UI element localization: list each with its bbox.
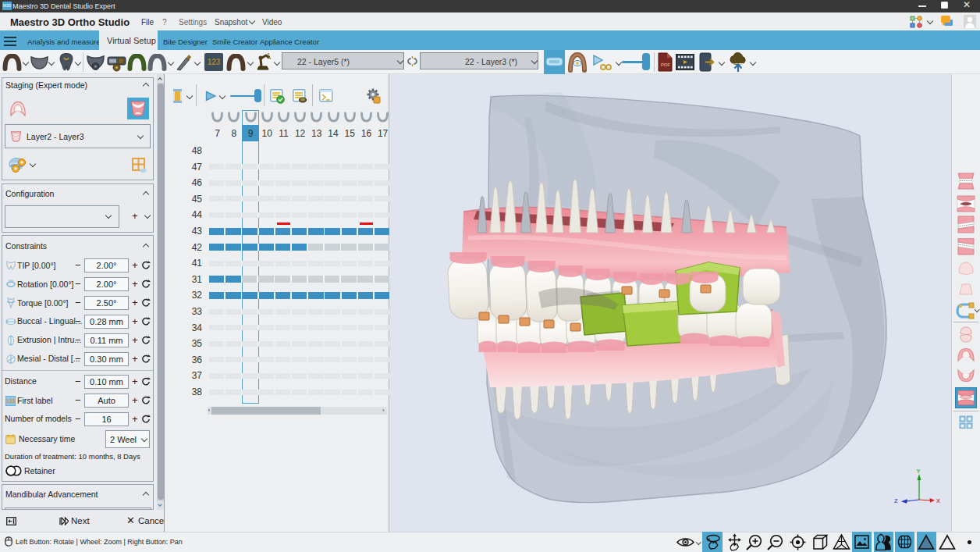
svg-text:Z: Z [894,497,898,504]
svg-text:PDF: PDF [661,62,670,67]
svg-text:X: X [936,497,940,504]
svg-text:Y: Y [917,468,921,475]
